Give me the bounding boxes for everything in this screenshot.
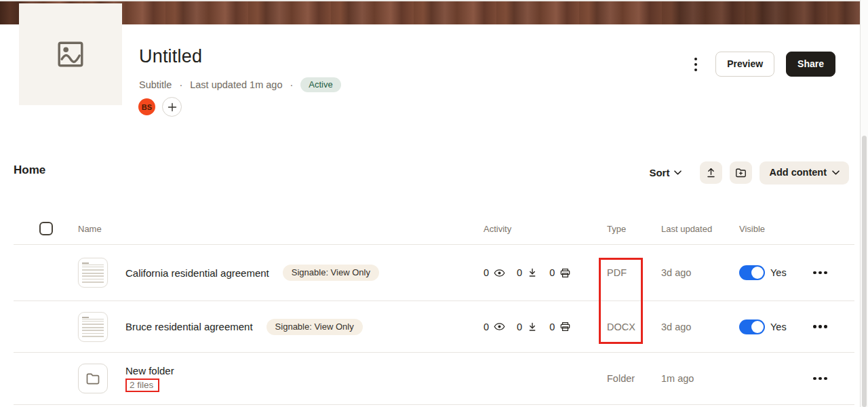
download-icon	[526, 267, 538, 279]
dot-separator: ·	[290, 79, 293, 90]
file-name-link[interactable]: California residential agreement	[125, 267, 269, 279]
folder-name-link[interactable]: New folder	[125, 365, 174, 376]
upload-icon	[705, 166, 717, 179]
row-overflow-button[interactable]	[813, 325, 827, 328]
eye-icon	[493, 320, 506, 333]
folder-thumbnail[interactable]	[78, 364, 108, 393]
table-row[interactable]: New folder 2 files Folder 1m ago	[14, 353, 854, 405]
views-count: 0	[484, 322, 489, 332]
sort-button[interactable]: Sort	[648, 163, 683, 182]
preview-button[interactable]: Preview	[715, 52, 774, 77]
eye-icon	[493, 267, 506, 279]
last-updated-label: 3d ago	[648, 322, 726, 332]
last-updated-label: Last updated 1m ago	[190, 79, 282, 90]
header-actions: Preview Share	[688, 52, 835, 77]
folder-file-count: 2 files	[125, 379, 159, 392]
visibility-toggle[interactable]	[739, 319, 765, 334]
image-icon	[54, 38, 87, 71]
file-type-label: PDF	[597, 267, 648, 278]
add-content-button[interactable]: Add content	[760, 161, 849, 185]
prints-count: 0	[549, 322, 555, 332]
upload-button[interactable]	[700, 161, 722, 184]
collaborators: BS	[137, 97, 182, 117]
dot-separator: ·	[179, 79, 182, 90]
last-updated-label: 3d ago	[648, 267, 726, 278]
document-preview-lines	[82, 263, 104, 283]
avatar[interactable]: BS	[137, 97, 157, 117]
page-title: Untitled	[139, 46, 202, 67]
content-toolbar: Sort Add content	[648, 161, 849, 185]
column-header-last-updated: Last updated	[648, 224, 726, 234]
table-header-row: Name Activity Type Last updated Visible	[14, 214, 854, 245]
select-all-checkbox[interactable]	[39, 222, 53, 235]
prints-count: 0	[549, 267, 555, 278]
downloads-count: 0	[517, 267, 522, 278]
column-header-activity: Activity	[471, 224, 597, 234]
signable-badge: Signable: View Only	[267, 319, 363, 335]
file-type-label: DOCX	[597, 322, 648, 332]
column-header-visible: Visible	[726, 224, 804, 234]
chevron-down-icon	[674, 170, 682, 175]
signable-badge: Signable: View Only	[283, 265, 379, 281]
new-folder-button[interactable]	[730, 161, 752, 184]
row-overflow-button[interactable]	[813, 377, 827, 381]
last-updated-label: 1m ago	[648, 373, 726, 384]
activity-cell: 0 0 0	[471, 320, 597, 333]
subtitle-row: Subtitle · Last updated 1m ago · Active	[139, 77, 341, 93]
add-collaborator-button[interactable]	[162, 97, 182, 117]
column-header-name: Name	[78, 224, 471, 234]
subtitle-label: Subtitle	[139, 79, 172, 90]
row-overflow-button[interactable]	[813, 271, 827, 275]
activity-cell: 0 0 0	[471, 267, 597, 279]
file-name-link[interactable]: Bruce residential agreement	[125, 321, 253, 332]
column-header-type: Type	[597, 224, 648, 234]
table-row[interactable]: Bruce residential agreement Signable: Vi…	[14, 301, 854, 353]
document-thumbnail[interactable]	[78, 258, 108, 288]
visibility-label: Yes	[770, 322, 787, 332]
views-count: 0	[484, 267, 489, 278]
folder-plus-icon	[734, 166, 747, 179]
downloads-count: 0	[517, 322, 522, 332]
plus-icon	[167, 102, 178, 113]
document-preview-lines	[82, 317, 104, 337]
files-table: Name Activity Type Last updated Visible …	[14, 214, 854, 405]
document-thumbnail[interactable]	[78, 312, 108, 342]
file-type-label: Folder	[597, 373, 648, 384]
document-space-page: Untitled Subtitle · Last updated 1m ago …	[0, 0, 868, 407]
table-row[interactable]: California residential agreement Signabl…	[14, 245, 854, 301]
status-badge: Active	[300, 77, 340, 92]
chevron-down-icon	[832, 170, 840, 175]
wood-banner	[0, 0, 860, 24]
download-icon	[526, 321, 538, 333]
add-content-label: Add content	[769, 168, 827, 178]
visibility-label: Yes	[770, 267, 787, 278]
cover-thumbnail[interactable]	[19, 3, 122, 105]
toggle-knob	[751, 267, 764, 279]
share-button[interactable]: Share	[786, 52, 835, 77]
scrollbar-thumb[interactable]	[862, 136, 867, 407]
visibility-toggle[interactable]	[739, 265, 765, 280]
printer-icon	[559, 267, 572, 279]
sort-label: Sort	[649, 167, 669, 178]
toggle-knob	[751, 321, 764, 333]
overflow-menu-button[interactable]	[688, 52, 704, 76]
vertical-scrollbar[interactable]	[860, 0, 868, 407]
printer-icon	[559, 320, 572, 333]
section-title: Home	[14, 163, 45, 177]
folder-icon	[85, 370, 101, 387]
